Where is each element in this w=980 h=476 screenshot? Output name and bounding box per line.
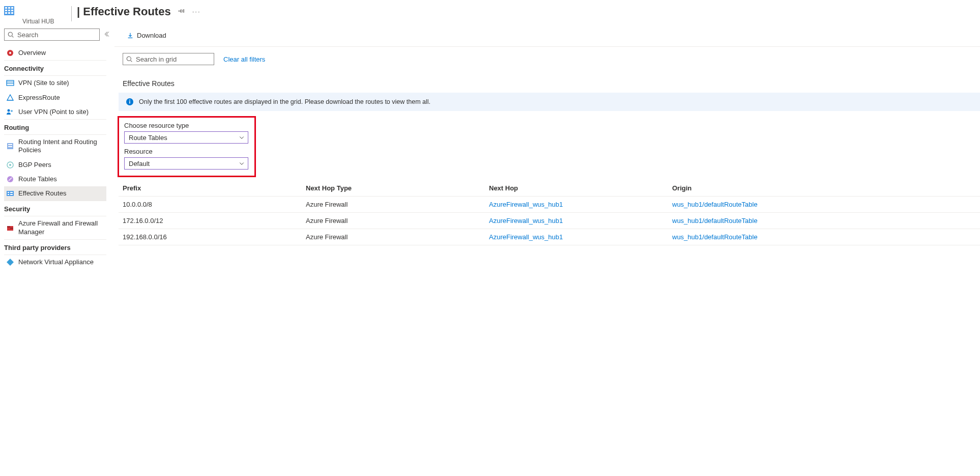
user-vpn-icon	[6, 108, 14, 116]
svg-point-10	[8, 32, 12, 36]
cell-origin[interactable]: wus_hub1/defaultRouteTable	[668, 197, 980, 213]
toolbar: Download	[114, 24, 980, 47]
svg-rect-14	[7, 80, 14, 86]
col-next-hop-type[interactable]: Next Hop Type	[302, 180, 485, 197]
svg-rect-26	[7, 191, 14, 196]
cell-next-hop[interactable]: AzureFirewall_wus_hub1	[485, 213, 668, 229]
sidebar-item-label: User VPN (Point to site)	[18, 108, 89, 116]
sidebar-item-label: Routing Intent and Routing Policies	[18, 138, 104, 155]
col-origin[interactable]: Origin	[668, 180, 980, 197]
sidebar-item-bgp-peers[interactable]: BGP Peers	[4, 158, 106, 172]
cell-prefix: 172.16.0.0/12	[119, 213, 302, 229]
sidebar-item-nva[interactable]: Network Virtual Appliance	[4, 255, 106, 269]
cell-origin[interactable]: wus_hub1/defaultRouteTable	[668, 213, 980, 229]
cell-next-hop[interactable]: AzureFirewall_wus_hub1	[485, 197, 668, 213]
svg-marker-34	[7, 259, 14, 266]
resource-type-dropdown[interactable]: Route Tables	[124, 131, 248, 144]
info-text: Only the first 100 effective routes are …	[139, 98, 430, 105]
cell-hop-type: Azure Firewall	[302, 229, 485, 245]
sidebar-item-route-tables[interactable]: Route Tables	[4, 172, 106, 186]
sidebar-item-label: Effective Routes	[18, 189, 66, 198]
sidebar-item-label: BGP Peers	[18, 161, 51, 169]
expressroute-icon	[6, 94, 14, 102]
grid-search[interactable]: Search in grid	[123, 53, 214, 65]
cell-prefix: 10.0.0.0/8	[119, 197, 302, 213]
col-next-hop[interactable]: Next Hop	[485, 180, 668, 197]
resource-selector-highlight: Choose resource type Route Tables Resour…	[118, 116, 256, 177]
download-label: Download	[137, 32, 166, 39]
sidebar-item-label: Azure Firewall and Firewall Manager	[18, 219, 104, 236]
resource-type-label: Choose resource type	[124, 122, 249, 129]
cell-hop-type: Azure Firewall	[302, 213, 485, 229]
more-icon[interactable]: ···	[192, 8, 201, 15]
resource-dropdown[interactable]: Default	[124, 157, 248, 170]
hub-subtitle: Virtual HUB	[22, 18, 71, 25]
vpn-icon	[6, 79, 14, 87]
sidebar-search-placeholder: Search	[17, 31, 38, 39]
svg-rect-8	[8, 12, 10, 14]
sidebar-item-label: Overview	[18, 49, 46, 57]
sidebar-group-security: Security	[4, 201, 106, 216]
chevron-down-icon	[239, 160, 245, 166]
bgp-icon	[6, 161, 14, 169]
sidebar-item-overview[interactable]: Overview	[4, 46, 106, 60]
svg-rect-33	[10, 228, 13, 229]
svg-marker-17	[7, 95, 13, 100]
svg-rect-2	[8, 7, 10, 9]
page-title: | Effective Routes	[77, 5, 171, 18]
download-icon	[127, 32, 134, 39]
sidebar-item-effective-routes[interactable]: Effective Routes	[4, 186, 106, 201]
table-row: 172.16.0.0/12 Azure Firewall AzureFirewa…	[119, 213, 980, 229]
sidebar-item-firewall[interactable]: Azure Firewall and Firewall Manager	[4, 216, 106, 239]
svg-rect-21	[8, 144, 12, 145]
svg-point-24	[9, 164, 11, 166]
resource-type-value: Route Tables	[129, 134, 167, 142]
sidebar-group-connectivity: Connectivity	[4, 61, 106, 76]
chevron-down-icon	[239, 134, 245, 141]
hub-icon	[4, 6, 14, 15]
sidebar: Search Overview Connectivity	[0, 24, 114, 476]
svg-rect-5	[8, 10, 10, 11]
collapse-sidebar-icon[interactable]	[104, 31, 110, 39]
resource-label: Resource	[124, 148, 249, 155]
table-header-row: Prefix Next Hop Type Next Hop Origin	[119, 180, 980, 197]
cell-hop-type: Azure Firewall	[302, 197, 485, 213]
svg-point-39	[129, 100, 130, 101]
svg-rect-29	[8, 194, 9, 195]
overview-icon	[6, 49, 14, 57]
nva-icon	[6, 258, 14, 266]
svg-point-13	[9, 52, 11, 54]
search-icon	[8, 32, 14, 38]
route-tables-icon	[6, 175, 14, 183]
sidebar-item-routing-intent[interactable]: Routing Intent and Routing Policies	[4, 135, 106, 158]
sidebar-item-expressroute[interactable]: ExpressRoute	[4, 91, 106, 105]
grid-search-placeholder: Search in grid	[136, 55, 177, 63]
sidebar-item-vpn-site[interactable]: VPN (Site to site)	[4, 76, 106, 90]
clear-filters-link[interactable]: Clear all filters	[223, 55, 265, 63]
cell-next-hop[interactable]: AzureFirewall_wus_hub1	[485, 229, 668, 245]
main-content: Download Search in grid Clear all filter…	[114, 24, 980, 476]
svg-rect-38	[129, 101, 130, 104]
cell-prefix: 192.168.0.0/16	[119, 229, 302, 245]
section-title: Effective Routes	[119, 67, 980, 93]
firewall-icon	[6, 224, 14, 232]
col-prefix[interactable]: Prefix	[119, 180, 302, 197]
sidebar-search[interactable]: Search	[4, 29, 100, 41]
svg-line-36	[131, 60, 132, 62]
cell-origin[interactable]: wus_hub1/defaultRouteTable	[668, 229, 980, 245]
svg-rect-3	[11, 7, 13, 9]
info-banner: Only the first 100 effective routes are …	[119, 93, 980, 111]
svg-rect-30	[10, 194, 13, 195]
svg-rect-1	[5, 7, 7, 9]
pin-icon[interactable]	[178, 7, 185, 16]
svg-rect-6	[11, 10, 13, 11]
svg-rect-27	[8, 192, 9, 193]
sidebar-item-user-vpn[interactable]: User VPN (Point to site)	[4, 105, 106, 119]
sidebar-item-label: Route Tables	[18, 175, 57, 183]
download-button[interactable]: Download	[123, 30, 170, 41]
routing-intent-icon	[6, 142, 14, 150]
svg-line-11	[12, 36, 14, 37]
svg-rect-22	[8, 146, 12, 147]
page-header: Virtual HUB | Effective Routes ···	[0, 0, 980, 24]
resource-value: Default	[129, 160, 150, 167]
